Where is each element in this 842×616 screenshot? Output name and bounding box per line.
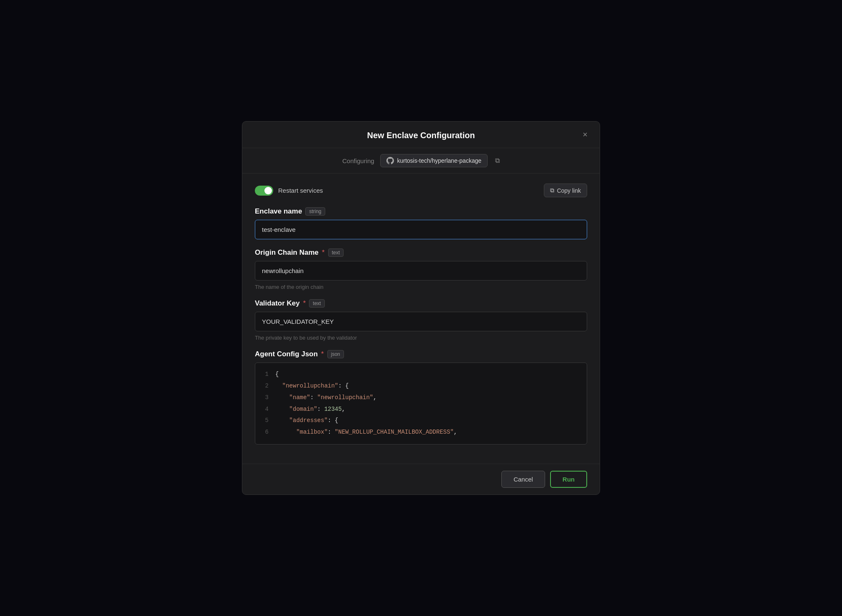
configuring-label: Configuring bbox=[342, 157, 374, 164]
code-line-5: 5 "addresses": { bbox=[255, 415, 587, 427]
agent-config-json-group: Agent Config Json * json 1 { 2 "newrollu… bbox=[255, 350, 587, 445]
validator-key-input[interactable] bbox=[255, 312, 587, 331]
validator-key-group: Validator Key * text The private key to … bbox=[255, 299, 587, 341]
agent-config-json-type-badge: json bbox=[327, 350, 344, 358]
modal-title: New Enclave Configuration bbox=[367, 131, 475, 140]
code-line-1: 1 { bbox=[255, 369, 587, 380]
close-button[interactable]: × bbox=[579, 129, 591, 141]
validator-key-label-row: Validator Key * text bbox=[255, 299, 587, 308]
agent-config-json-required-star: * bbox=[321, 350, 324, 358]
modal-header: New Enclave Configuration × bbox=[242, 122, 600, 148]
enclave-name-type-badge: string bbox=[305, 207, 325, 216]
validator-key-label: Validator Key bbox=[255, 299, 300, 308]
agent-config-json-label-row: Agent Config Json * json bbox=[255, 350, 587, 358]
origin-chain-name-group: Origin Chain Name * text The name of the… bbox=[255, 248, 587, 290]
copy-link-icon: ⧉ bbox=[550, 187, 554, 194]
code-line-4: 4 "domain": 12345, bbox=[255, 404, 587, 415]
enclave-name-label-row: Enclave name string bbox=[255, 207, 587, 216]
cancel-button[interactable]: Cancel bbox=[501, 471, 545, 488]
code-line-3: 3 "name": "newrollupchain", bbox=[255, 392, 587, 404]
origin-chain-hint: The name of the origin chain bbox=[255, 284, 587, 290]
run-button[interactable]: Run bbox=[550, 471, 587, 488]
package-name: kurtosis-tech/hyperlane-package bbox=[397, 157, 481, 164]
origin-chain-name-label: Origin Chain Name bbox=[255, 248, 319, 257]
validator-key-required-star: * bbox=[303, 299, 306, 308]
enclave-name-input[interactable] bbox=[255, 220, 587, 239]
modal-body: Restart services ⧉ Copy link Enclave nam… bbox=[242, 174, 600, 464]
restart-services-label: Restart services bbox=[278, 187, 323, 194]
origin-chain-name-input[interactable] bbox=[255, 261, 587, 281]
agent-config-json-label: Agent Config Json bbox=[255, 350, 318, 358]
code-line-2: 2 "newrollupchain": { bbox=[255, 380, 587, 392]
modal-container: New Enclave Configuration × Configuring … bbox=[242, 121, 600, 495]
code-editor[interactable]: 1 { 2 "newrollupchain": { 3 "name": "new… bbox=[255, 363, 587, 445]
origin-chain-name-label-row: Origin Chain Name * text bbox=[255, 248, 587, 257]
toggle-left: Restart services bbox=[255, 186, 323, 196]
copy-link-button[interactable]: ⧉ Copy link bbox=[544, 184, 587, 197]
origin-chain-type-badge: text bbox=[328, 248, 344, 257]
origin-chain-required-star: * bbox=[322, 248, 325, 257]
modal-overlay: New Enclave Configuration × Configuring … bbox=[0, 0, 842, 616]
modal-footer: Cancel Run bbox=[242, 464, 600, 494]
enclave-name-group: Enclave name string bbox=[255, 207, 587, 239]
copy-package-icon[interactable]: ⧉ bbox=[495, 157, 500, 164]
validator-key-hint: The private key to be used by the valida… bbox=[255, 335, 587, 341]
github-icon bbox=[386, 157, 394, 164]
package-pill[interactable]: kurtosis-tech/hyperlane-package bbox=[380, 154, 488, 167]
restart-services-toggle[interactable] bbox=[255, 186, 273, 196]
enclave-name-label: Enclave name bbox=[255, 207, 302, 216]
validator-key-type-badge: text bbox=[309, 299, 324, 308]
modal-subheader: Configuring kurtosis-tech/hyperlane-pack… bbox=[242, 148, 600, 174]
code-line-6: 6 "mailbox": "NEW_ROLLUP_CHAIN_MAILBOX_A… bbox=[255, 427, 587, 438]
toggle-row: Restart services ⧉ Copy link bbox=[255, 184, 587, 197]
copy-link-label: Copy link bbox=[557, 187, 581, 194]
